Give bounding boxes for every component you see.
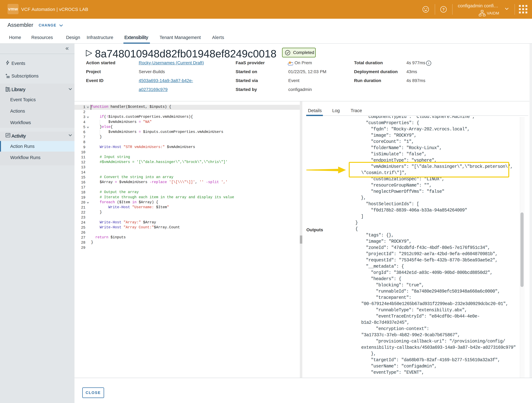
svg-text:?: ? [442,7,445,12]
